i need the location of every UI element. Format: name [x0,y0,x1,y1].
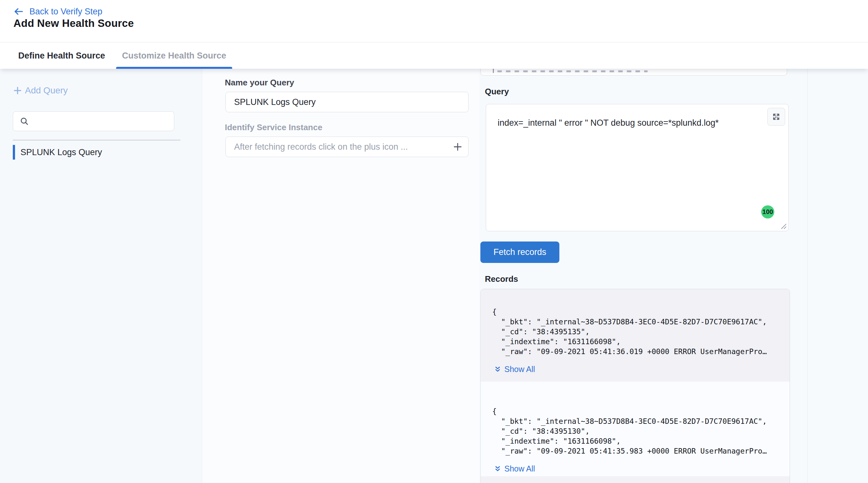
header: Back to Verify Step Add New Health Sourc… [0,0,868,69]
tab-bar: Define Health Source Customize Health So… [0,42,868,69]
name-query-label: Name your Query [225,78,294,88]
service-instance-field[interactable] [225,137,469,157]
arrow-left-icon [13,6,24,17]
query-textarea[interactable]: index=_internal " error " NOT debug sour… [486,104,789,231]
record-item: { "_bkt": "_internal~38~D537D8B4-3EC0-4D… [481,382,789,476]
clipped-text-fragment [497,70,648,72]
show-all-link[interactable]: Show All [494,464,535,474]
records-label: Records [485,274,518,284]
identify-service-instance-label: Identify Service Instance [225,122,322,132]
query-name-field[interactable] [225,92,469,112]
double-chevron-down-icon [494,366,501,373]
query-form-column: Name your Query Identify Service Instanc… [202,69,479,483]
record-item [481,476,789,483]
fetch-records-button[interactable]: Fetch records [480,241,559,263]
add-query-label: Add Query [25,85,68,96]
record-item: { "_bkt": "_internal~38~D537D8B4-3EC0-4D… [481,289,789,382]
show-all-link[interactable]: Show All [494,365,535,374]
page-title: Add New Health Source [13,17,134,29]
records-container: { "_bkt": "_internal~38~D537D8B4-3EC0-4D… [480,289,790,483]
record-json: { "_bkt": "_internal~38~D537D8B4-3EC0-4D… [492,406,780,456]
query-records-column: Query index=_internal " error " NOT debu… [479,69,808,483]
query-sidebar: Add Query SPLUNK Logs Query [0,69,202,483]
search-input[interactable] [29,112,174,131]
right-margin [808,69,868,483]
back-link[interactable]: Back to Verify Step [13,6,102,17]
sidebar-divider [13,140,180,141]
content-area: Add Query SPLUNK Logs Query Name your Qu… [0,69,868,483]
tab-define-health-source[interactable]: Define Health Source [18,42,105,69]
resize-handle[interactable] [780,223,787,230]
add-service-instance-button[interactable] [452,141,463,153]
add-query-button[interactable]: Add Query [13,85,68,96]
back-link-label: Back to Verify Step [29,7,102,17]
query-label: Query [485,87,509,97]
topbar: Back to Verify Step Add New Health Sourc… [0,0,868,42]
selected-item-bar [13,145,15,160]
search-icon [20,116,29,126]
query-search-box [13,111,174,131]
query-text: index=_internal " error " NOT debug sour… [498,117,747,129]
sidebar-item-splunk-logs-query[interactable]: SPLUNK Logs Query [13,145,102,160]
tab-customize-health-source[interactable]: Customize Health Source [116,42,232,69]
record-json: { "_bkt": "_internal~38~D537D8B4-3EC0-4D… [492,307,780,357]
expand-query-button[interactable] [767,108,785,126]
query-item-label: SPLUNK Logs Query [21,147,102,157]
active-tab-underline [116,67,232,69]
maximize-icon [772,113,780,121]
double-chevron-down-icon [494,465,501,473]
plus-icon [13,86,22,95]
record-count-badge: 100 [761,205,774,218]
